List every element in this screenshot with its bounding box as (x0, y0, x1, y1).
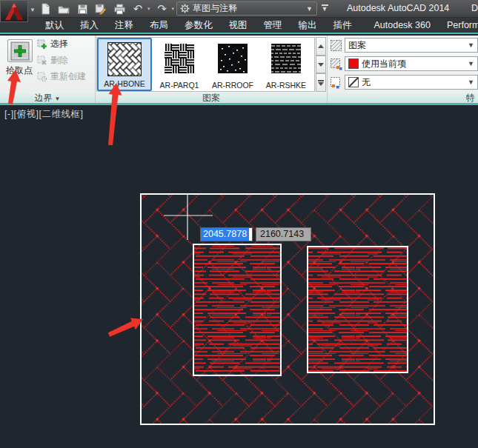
ribbon-tab-bar: 默认 插入 注释 布局 参数化 视图 管理 输出 插件 Autodesk 360… (0, 18, 478, 34)
select-boundary-button[interactable]: 选择 (37, 38, 68, 50)
remove-objects-icon (37, 56, 47, 66)
gallery-scrollbar (316, 37, 326, 92)
ar-rroof-preview-icon (218, 44, 248, 73)
hatch-type-icon (329, 39, 342, 52)
swatch-ar-rshke[interactable]: AR-RSHKE (259, 38, 313, 91)
pick-points-label: 拾取点 (0, 64, 39, 77)
redo-icon[interactable]: ↷ (156, 2, 169, 16)
quick-access-toolbar: ↶ ▾ ↷ ▾ (39, 2, 174, 16)
tab-parametric[interactable]: 参数化 (176, 19, 221, 32)
hatch-color-icon (329, 58, 342, 70)
panel-expand-caret-icon: ▼ (55, 96, 61, 102)
save-icon[interactable] (76, 2, 89, 16)
recreate-boundary-icon (37, 72, 47, 82)
ar-rshke-preview-icon (271, 44, 301, 73)
chevron-down-icon: ▼ (468, 41, 474, 49)
tab-plugins[interactable]: 插件 (325, 19, 360, 32)
select-objects-icon (37, 39, 47, 50)
title-bar: ↶ ▾ ↷ ▾ 草图与注释 ▼ ▼ Autodesk AutoCAD 2014 … (0, 0, 478, 18)
recreate-boundary-button[interactable]: 重新创建 (37, 70, 86, 83)
tab-manage[interactable]: 管理 (256, 19, 291, 32)
autocad-logo-icon (4, 2, 24, 21)
remove-boundary-button[interactable]: 删除 (37, 54, 68, 67)
undo-icon[interactable]: ↶ (131, 2, 145, 16)
workspace-dropdown[interactable]: 草图与注释 ▼ (176, 1, 317, 16)
pattern-panel-footer[interactable]: 图案 (96, 92, 327, 103)
swatch-label: AR-PARQ1 (160, 81, 199, 90)
chevron-down-icon: ▼ (306, 5, 313, 13)
swatch-ar-parq1[interactable]: AR-PARQ1 (153, 38, 206, 91)
pick-points-button[interactable] (7, 39, 33, 62)
pick-points-icon (10, 41, 30, 61)
workspace-value: 草图与注释 (193, 2, 237, 15)
tab-performance[interactable]: Performance (439, 20, 478, 30)
document-title-partial: D (471, 3, 478, 13)
tab-annotate[interactable]: 注释 (107, 19, 142, 32)
hatch-color-value: 使用当前项 (362, 58, 406, 70)
ar-hbone-preview-icon (107, 42, 142, 76)
hatch-type-value: 图案 (348, 39, 366, 52)
properties-panel-footer[interactable]: 特 (328, 92, 478, 103)
app-menu-caret-icon[interactable]: ▼ (30, 7, 36, 13)
panel-boundary: 拾取点 选择 删除 重新创建 边界▼ (0, 36, 95, 103)
swatch-ar-hbone[interactable]: AR-HBONE (97, 38, 152, 91)
ribbon-accent-line (0, 103, 478, 105)
new-file-icon[interactable] (39, 2, 52, 16)
chevron-down-icon: ▼ (468, 78, 474, 86)
tab-insert[interactable]: 插入 (72, 19, 107, 32)
plot-icon[interactable] (113, 2, 126, 16)
save-as-icon[interactable] (94, 2, 107, 16)
model-space-canvas[interactable]: [-][俯视][二维线框] (0, 105, 478, 448)
gallery-scroll-up-button[interactable] (316, 37, 326, 56)
swatch-label: AR-RSHKE (266, 81, 306, 90)
viewport-controls-label[interactable]: [-][俯视][二维线框] (4, 108, 84, 121)
ribbon-hatch-creation: 拾取点 选择 删除 重新创建 边界▼ (0, 36, 478, 105)
ar-parq1-preview-icon (165, 44, 194, 73)
background-color-dropdown[interactable]: 无 ▼ (345, 75, 478, 90)
open-file-icon[interactable] (57, 2, 70, 16)
swatch-ar-rroof[interactable]: AR-RROOF (206, 38, 259, 91)
remove-boundary-label: 删除 (50, 54, 68, 67)
drawing-geometry (0, 105, 478, 448)
boundary-panel-footer[interactable]: 边界▼ (0, 92, 95, 103)
hatch-color-dropdown[interactable]: 使用当前项 ▼ (345, 56, 478, 71)
background-color-value: 无 (362, 76, 371, 89)
select-boundary-label: 选择 (50, 38, 68, 50)
tab-layout[interactable]: 布局 (142, 19, 176, 32)
undo-dropdown-caret[interactable]: ▾ (147, 6, 150, 12)
recreate-boundary-label: 重新创建 (50, 70, 86, 83)
swatch-label: AR-RROOF (212, 81, 253, 90)
dynamic-input-y[interactable]: 2160.7143 (256, 227, 311, 241)
tab-output[interactable]: 输出 (291, 19, 325, 32)
inner-island-left (193, 244, 281, 375)
chevron-down-icon: ▼ (468, 60, 474, 67)
dynamic-input-x[interactable]: 2045.7878 (200, 227, 253, 241)
tab-autodesk360[interactable]: Autodesk 360 (366, 20, 439, 30)
application-menu-button[interactable] (0, 0, 28, 22)
qat-customize-button[interactable]: ▼ (319, 3, 330, 14)
inner-island-right (308, 247, 408, 372)
gear-icon (180, 4, 190, 13)
panel-pattern: AR-HBONE (96, 36, 327, 103)
hatch-type-dropdown[interactable]: 图案 ▼ (345, 38, 478, 53)
background-color-icon (329, 76, 342, 89)
gallery-expand-button[interactable] (316, 73, 326, 92)
tab-view[interactable]: 视图 (221, 19, 256, 32)
gallery-scroll-down-button[interactable] (316, 56, 326, 74)
tab-default[interactable]: 默认 (37, 19, 72, 32)
panel-properties: 图案 ▼ 使用当前项 ▼ 无 ▼ 特 (328, 36, 478, 103)
none-color-swatch (348, 77, 359, 87)
redo-dropdown-caret[interactable]: ▾ (172, 6, 175, 12)
swatch-label: AR-HBONE (104, 79, 145, 88)
hatch-pattern-gallery: AR-HBONE (96, 37, 315, 92)
window-title: Autodesk AutoCAD 2014 (347, 3, 449, 13)
red-color-swatch (348, 58, 359, 69)
